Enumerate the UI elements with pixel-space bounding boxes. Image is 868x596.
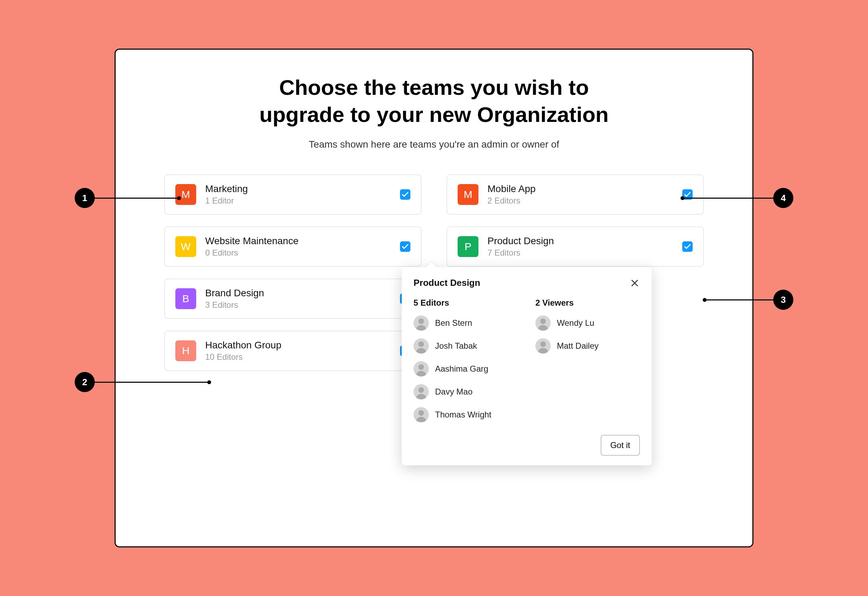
team-avatar: M <box>175 184 196 205</box>
team-card-body: Website Maintenance 0 Editors <box>205 235 391 258</box>
member-row: Matt Dailey <box>535 338 640 353</box>
team-card-body: Brand Design 3 Editors <box>205 288 391 310</box>
member-row: Wendy Lu <box>535 315 640 331</box>
team-checkbox[interactable] <box>682 241 693 252</box>
team-editor-count: 10 Editors <box>205 352 391 362</box>
viewers-heading: 2 Viewers <box>535 298 640 308</box>
callout-badge-1: 1 <box>75 188 95 208</box>
team-card-body: Mobile App 2 Editors <box>487 183 673 206</box>
title-line-2: upgrade to your new Organization <box>259 102 609 126</box>
team-editor-count: 1 Editor <box>205 196 391 206</box>
member-name: Aashima Garg <box>435 364 488 374</box>
svg-point-4 <box>418 364 424 370</box>
member-row: Ben Stern <box>413 315 518 331</box>
team-checkbox[interactable] <box>400 241 410 252</box>
member-avatar <box>413 315 429 331</box>
member-row: Josh Tabak <box>413 338 518 353</box>
team-name: Product Design <box>487 235 673 247</box>
callout-line-1 <box>95 198 179 199</box>
svg-point-11 <box>538 325 548 331</box>
team-name: Brand Design <box>205 288 391 299</box>
svg-point-13 <box>538 348 548 353</box>
member-avatar <box>413 338 429 353</box>
team-editor-count: 2 Editors <box>487 196 673 206</box>
svg-point-3 <box>416 348 426 353</box>
callout-line-2 <box>95 382 210 383</box>
member-row: Aashima Garg <box>413 361 518 377</box>
team-editor-count: 7 Editors <box>487 248 673 258</box>
member-name: Wendy Lu <box>557 318 594 328</box>
callout-badge-2: 2 <box>75 372 95 392</box>
member-name: Josh Tabak <box>435 341 477 351</box>
team-name: Website Maintenance <box>205 235 391 247</box>
team-card-marketing[interactable]: M Marketing 1 Editor <box>164 175 422 214</box>
page-subtitle: Teams shown here are teams you're an adm… <box>164 139 704 150</box>
team-avatar: M <box>458 184 478 205</box>
svg-point-10 <box>540 318 546 324</box>
member-avatar <box>535 315 551 331</box>
team-avatar: W <box>175 236 196 257</box>
member-avatar <box>413 407 429 422</box>
svg-point-8 <box>418 410 424 416</box>
team-checkbox[interactable] <box>400 189 410 200</box>
team-editor-count: 3 Editors <box>205 300 391 310</box>
svg-point-7 <box>416 394 426 399</box>
editors-heading: 5 Editors <box>413 298 518 308</box>
member-avatar <box>413 384 429 399</box>
close-icon <box>631 279 639 287</box>
popover-header: Product Design <box>413 278 640 288</box>
team-card-mobile-app[interactable]: M Mobile App 2 Editors <box>446 175 704 214</box>
team-card-hackathon-group[interactable]: H Hackathon Group 10 Editors <box>164 331 422 371</box>
member-name: Ben Stern <box>435 318 472 328</box>
callout-number: 2 <box>82 377 87 387</box>
callout-line-4 <box>682 198 773 199</box>
team-card-body: Hackathon Group 10 Editors <box>205 340 391 362</box>
page-title: Choose the teams you wish to upgrade to … <box>164 74 704 128</box>
callout-number: 1 <box>82 193 87 204</box>
team-card-body: Product Design 7 Editors <box>487 235 673 258</box>
team-name: Hackathon Group <box>205 340 391 351</box>
member-row: Thomas Wright <box>413 407 518 422</box>
svg-point-12 <box>540 342 546 347</box>
callout-badge-3: 3 <box>773 290 793 310</box>
team-card-brand-design[interactable]: B Brand Design 3 Editors <box>164 278 422 319</box>
svg-point-2 <box>418 342 424 347</box>
editors-column: 5 Editors Ben Stern Josh Tabak Aashima G… <box>413 298 518 430</box>
popover-footer: Got it <box>413 435 640 456</box>
checkmark-icon <box>402 244 408 249</box>
svg-point-6 <box>418 387 424 393</box>
team-card-body: Marketing 1 Editor <box>205 183 391 206</box>
callout-number: 3 <box>781 294 786 305</box>
popover-columns: 5 Editors Ben Stern Josh Tabak Aashima G… <box>413 298 640 430</box>
team-avatar: P <box>458 236 478 257</box>
close-button[interactable] <box>629 278 640 288</box>
svg-point-0 <box>418 318 424 324</box>
member-avatar <box>413 361 429 377</box>
svg-point-5 <box>416 371 426 377</box>
checkmark-icon <box>684 192 691 197</box>
member-avatar <box>535 338 551 353</box>
viewers-column: 2 Viewers Wendy Lu Matt Dailey <box>535 298 640 430</box>
team-avatar: H <box>175 340 196 361</box>
member-name: Davy Mao <box>435 387 472 396</box>
member-name: Thomas Wright <box>435 410 491 420</box>
title-line-1: Choose the teams you wish to <box>279 75 589 99</box>
member-name: Matt Dailey <box>557 341 599 351</box>
team-card-product-design[interactable]: P Product Design 7 Editors <box>446 226 704 267</box>
main-panel: Choose the teams you wish to upgrade to … <box>115 49 753 547</box>
got-it-button[interactable]: Got it <box>601 435 640 456</box>
svg-point-9 <box>416 417 426 422</box>
popover-title: Product Design <box>413 278 480 288</box>
callout-line-3 <box>704 299 773 300</box>
checkmark-icon <box>402 192 408 197</box>
team-name: Marketing <box>205 183 391 195</box>
svg-point-1 <box>416 325 426 331</box>
member-row: Davy Mao <box>413 384 518 399</box>
team-details-popover: Product Design 5 Editors Ben Stern Josh … <box>402 267 652 466</box>
checkmark-icon <box>684 244 691 249</box>
callout-badge-4: 4 <box>773 188 793 208</box>
team-name: Mobile App <box>487 183 673 195</box>
team-card-website-maintenance[interactable]: W Website Maintenance 0 Editors <box>164 226 422 267</box>
team-avatar: B <box>175 288 196 309</box>
team-editor-count: 0 Editors <box>205 248 391 258</box>
